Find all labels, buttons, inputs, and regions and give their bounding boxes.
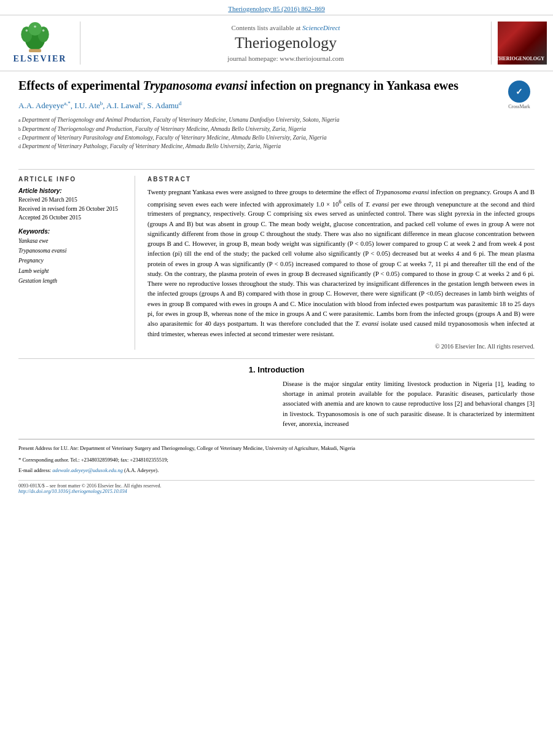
affil-b: b Department of Theriogenology and Produ… bbox=[18, 125, 498, 133]
accepted-date: Accepted 26 October 2015 bbox=[18, 213, 128, 222]
affiliations: a Department of Theriogenology and Anima… bbox=[18, 116, 498, 151]
article-history: Article history: Received 26 March 2015 … bbox=[18, 187, 128, 222]
intro-right-col: Disease is the major singular entity lim… bbox=[283, 379, 535, 429]
bottom-bar: 0093-691X/$ – see front matter © 2016 El… bbox=[18, 480, 535, 494]
present-address-text: Present Address for I.U. Ate: Department… bbox=[18, 445, 355, 451]
email-author-name: (A.A. Adeyeye). bbox=[124, 467, 159, 473]
keyword-3: Pregnancy bbox=[18, 256, 128, 266]
keywords-list: Yankasa ewe Trypanosoma evansi Pregnancy… bbox=[18, 236, 128, 286]
abstract-text: Twenty pregnant Yankasa ewes were assign… bbox=[147, 187, 535, 339]
introduction-section: 1. Introduction Disease is the major sin… bbox=[18, 358, 535, 429]
journal-center-info: Contents lists available at ScienceDirec… bbox=[80, 22, 492, 65]
author-3-sup: c bbox=[141, 100, 143, 106]
sciencedirect-prefix: Contents lists available at bbox=[232, 24, 301, 31]
info-abstract-section: ARTICLE INFO Article history: Received 2… bbox=[18, 169, 535, 349]
journal-thumbnail: THERIOGENOLOGY bbox=[492, 19, 553, 67]
elsevier-logo: ELSEVIER bbox=[14, 22, 67, 64]
abstract-col: ABSTRACT Twenty pregnant Yankasa ewes we… bbox=[147, 176, 535, 349]
crossmark-icon: ✓ bbox=[508, 81, 530, 103]
keywords-heading: Keywords: bbox=[18, 228, 128, 235]
elsevier-wordmark: ELSEVIER bbox=[14, 54, 67, 64]
issn-line: 0093-691X/$ – see front matter © 2016 El… bbox=[18, 483, 161, 494]
corresponding-text: * Corresponding author. Tel.: +234803285… bbox=[18, 457, 168, 463]
keywords-section: Keywords: Yankasa ewe Trypanosoma evansi… bbox=[18, 228, 128, 286]
article-info-label: ARTICLE INFO bbox=[18, 176, 128, 183]
copyright-text: © 2016 Elsevier Inc. All rights reserved… bbox=[147, 343, 535, 350]
journal-title: Theriogenology bbox=[83, 34, 488, 52]
citation-text: Theriogenology 85 (2016) 862–869 bbox=[228, 5, 324, 12]
intro-heading: 1. Introduction bbox=[18, 365, 535, 374]
journal-cover-image: THERIOGENOLOGY bbox=[498, 22, 547, 65]
keyword-1: Yankasa ewe bbox=[18, 236, 128, 246]
sciencedirect-line: Contents lists available at ScienceDirec… bbox=[83, 24, 488, 31]
elsevier-logo-section: ELSEVIER bbox=[0, 20, 80, 66]
issn-text: 0093-691X/$ – see front matter © 2016 El… bbox=[18, 483, 161, 489]
paper-title: Effects of experimental Trypanosoma evan… bbox=[18, 77, 498, 94]
crossmark-section[interactable]: ✓ CrossMark bbox=[504, 81, 535, 109]
author-1-sup: a,* bbox=[64, 100, 71, 106]
intro-text: Disease is the major singular entity lim… bbox=[283, 379, 535, 429]
history-heading: Article history: bbox=[18, 187, 128, 194]
paper-title-area: Effects of experimental Trypanosoma evan… bbox=[18, 77, 498, 158]
footnote-corresponding: * Corresponding author. Tel.: +234803285… bbox=[18, 456, 535, 464]
author-4-sup: d bbox=[179, 100, 182, 106]
article-info-col: ARTICLE INFO Article history: Received 2… bbox=[18, 176, 135, 349]
received-revised-date: Received in revised form 26 October 2015 bbox=[18, 205, 128, 213]
email-address[interactable]: adewale.adeyeye@udusok.edu.ng bbox=[52, 467, 123, 473]
author-1: A.A. Adeyeye bbox=[18, 101, 64, 110]
authors-line: A.A. Adeyeyea,*, I.U. Ateb, A.I. Lawalc,… bbox=[18, 100, 498, 111]
crossmark-svg: ✓ bbox=[512, 84, 527, 99]
svg-rect-5 bbox=[29, 49, 41, 52]
svg-point-8 bbox=[34, 25, 36, 28]
journal-badge-text: THERIOGENOLOGY bbox=[498, 56, 544, 62]
svg-point-6 bbox=[25, 30, 28, 32]
svg-text:✓: ✓ bbox=[516, 87, 523, 96]
elsevier-tree-svg bbox=[14, 22, 57, 53]
footnote-email-line: E-mail address: adewale.adeyeye@udusok.e… bbox=[18, 467, 535, 474]
author-3: A.I. Lawal bbox=[106, 101, 141, 110]
abstract-label: ABSTRACT bbox=[147, 176, 535, 183]
affil-c: c Department of Veterinary Parasitology … bbox=[18, 133, 498, 142]
journal-header: ELSEVIER Contents lists available at Sci… bbox=[0, 15, 553, 71]
author-4: S. Adamu bbox=[147, 101, 179, 110]
journal-homepage: journal homepage: www.theriojournal.com bbox=[83, 55, 488, 62]
intro-columns: Disease is the major singular entity lim… bbox=[18, 379, 535, 429]
journal-citation[interactable]: Theriogenology 85 (2016) 862–869 bbox=[0, 0, 553, 15]
sciencedirect-link[interactable]: ScienceDirect bbox=[302, 24, 340, 31]
received-date: Received 26 March 2015 bbox=[18, 195, 128, 204]
keyword-5: Gestation length bbox=[18, 276, 128, 286]
keyword-4: Lamb weight bbox=[18, 266, 128, 276]
keyword-2: Trypanosoma evansi bbox=[18, 246, 128, 256]
main-content: Effects of experimental Trypanosoma evan… bbox=[0, 71, 553, 500]
author-2: I.U. Ate bbox=[74, 101, 100, 110]
footnotes: Present Address for I.U. Ate: Department… bbox=[18, 439, 535, 474]
affil-a: a Department of Theriogenology and Anima… bbox=[18, 116, 498, 124]
footnote-present-address: Present Address for I.U. Ate: Department… bbox=[18, 444, 535, 452]
affil-d: d Department of Veterinary Pathology, Fa… bbox=[18, 142, 498, 151]
author-2-sup: b bbox=[100, 100, 103, 106]
doi-text[interactable]: http://dx.doi.org/10.1016/j.theriogenolo… bbox=[18, 489, 161, 494]
svg-point-4 bbox=[28, 22, 42, 36]
intro-left-col bbox=[18, 379, 270, 429]
homepage-text: journal homepage: www.theriojournal.com bbox=[227, 55, 343, 62]
paper-title-section: Effects of experimental Trypanosoma evan… bbox=[18, 77, 535, 163]
email-label: E-mail address: bbox=[18, 467, 51, 473]
svg-point-7 bbox=[42, 30, 44, 32]
